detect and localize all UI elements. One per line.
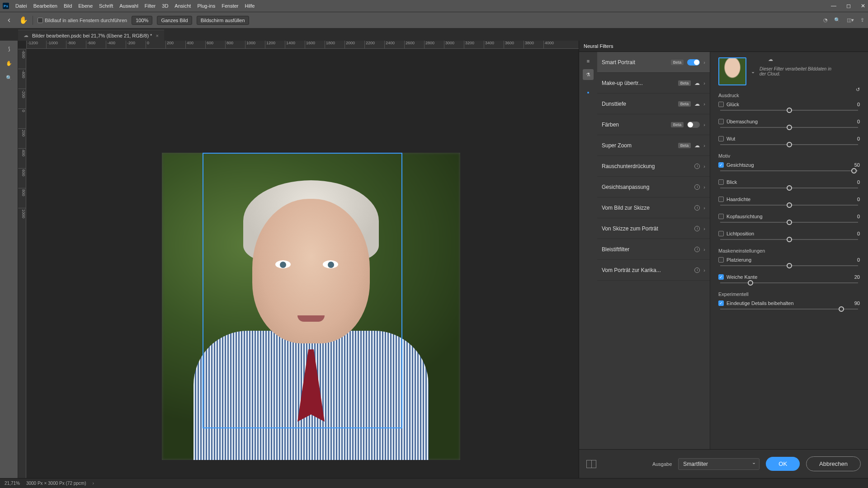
slider-track[interactable] — [720, 127, 858, 128]
info-icon[interactable]: i — [694, 184, 700, 190]
cloud-download-icon[interactable]: ☁ — [694, 101, 700, 107]
filter-item[interactable]: Gesichtsanpassungi› — [597, 177, 710, 197]
chevron-right-icon: › — [703, 164, 705, 169]
canvas-image[interactable] — [162, 153, 460, 460]
slider-checkbox[interactable] — [718, 197, 724, 202]
filter-item[interactable]: Vom Porträt zur Karika...i› — [597, 260, 710, 281]
slider-track[interactable] — [720, 282, 858, 283]
workspace-icon[interactable]: ◫▾ — [847, 17, 854, 23]
slider-checkbox[interactable] — [718, 257, 724, 263]
cloud-sync-icon[interactable]: ◔ — [823, 17, 828, 23]
slider-thumb-icon[interactable] — [851, 168, 857, 174]
filter-item[interactable]: Super ZoomBeta☁› — [597, 135, 710, 156]
reset-icon[interactable]: ↺ — [856, 87, 860, 93]
slider-thumb-icon[interactable] — [787, 220, 792, 225]
slider-label: Wut — [726, 136, 735, 141]
menu-item[interactable]: Datei — [15, 3, 27, 9]
zoom-tool-icon[interactable]: 🔍 — [3, 72, 15, 83]
back-button[interactable] — [4, 15, 14, 26]
filter-item[interactable]: Rauschunterdrückungi› — [597, 156, 710, 177]
slider-thumb-icon[interactable] — [839, 306, 844, 312]
slider-thumb-icon[interactable] — [787, 237, 792, 242]
status-chevron-icon[interactable]: › — [93, 481, 94, 486]
toggle-on-icon[interactable] — [687, 59, 700, 66]
slider-checkbox[interactable] — [718, 300, 724, 306]
close-icon[interactable]: ✕ — [861, 3, 865, 9]
menu-item[interactable]: Bearbeiten — [33, 3, 57, 9]
filter-item[interactable]: Smart PortraitBeta› — [597, 52, 710, 73]
hand-tool-icon[interactable]: ✋ — [19, 16, 28, 24]
filter-item[interactable]: Vom Bild zur Skizzei› — [597, 197, 710, 218]
detected-face-thumbnail[interactable] — [718, 57, 746, 85]
search-icon[interactable]: 🔍 — [834, 17, 840, 23]
document-tab[interactable]: ☁ Bilder bearbeiten.psdc bei 21,7% (Eben… — [18, 30, 164, 41]
slider-thumb-icon[interactable] — [787, 108, 792, 113]
fit-image-button[interactable]: Ganzes Bild — [157, 16, 192, 25]
hand-tool-icon[interactable]: ✋ — [3, 58, 15, 69]
close-tab-icon[interactable]: × — [156, 33, 158, 38]
slider-track[interactable] — [720, 188, 858, 188]
toggle-off-icon[interactable] — [687, 122, 700, 128]
slider-track[interactable] — [720, 110, 858, 111]
info-icon[interactable]: i — [694, 164, 700, 169]
menu-item[interactable]: 3D — [162, 3, 168, 9]
menu-item[interactable]: Schrift — [99, 3, 113, 9]
before-after-toggle-icon[interactable] — [586, 460, 596, 468]
slider-checkbox[interactable] — [718, 162, 724, 168]
info-icon[interactable]: i — [694, 205, 700, 211]
filter-item[interactable]: FärbenBeta› — [597, 114, 710, 135]
menu-item[interactable]: Plug-ins — [197, 3, 215, 9]
slider-thumb-icon[interactable] — [787, 125, 792, 130]
filters-tab-icon[interactable]: ≡ — [583, 56, 594, 66]
filter-list: Smart PortraitBeta›Make-up übertr...Beta… — [597, 52, 710, 449]
slider-thumb-icon[interactable] — [787, 263, 792, 268]
menu-item[interactable]: Ebene — [78, 3, 93, 9]
face-dropdown-icon[interactable]: ⌄ — [751, 69, 755, 75]
cancel-button[interactable]: Abbrechen — [806, 456, 861, 471]
checkbox-icon — [38, 18, 43, 23]
cloud-download-icon[interactable]: ☁ — [694, 80, 700, 86]
slider-thumb-icon[interactable] — [787, 142, 792, 147]
share-icon[interactable]: ⇪ — [860, 17, 864, 23]
menu-item[interactable]: Auswahl — [119, 3, 138, 9]
slider-checkbox[interactable] — [718, 102, 724, 107]
cloud-download-icon[interactable]: ☁ — [694, 142, 700, 149]
slider-checkbox[interactable] — [718, 119, 724, 124]
slider-checkbox[interactable] — [718, 179, 724, 185]
filter-item[interactable]: Bleistiftfilteri› — [597, 239, 710, 260]
slider-checkbox[interactable] — [718, 274, 724, 280]
ok-button[interactable]: OK — [766, 457, 800, 471]
slider-thumb-icon[interactable] — [787, 202, 792, 208]
info-icon[interactable]: i — [694, 247, 700, 252]
slider-track[interactable] — [720, 205, 858, 206]
menu-item[interactable]: Bild — [64, 3, 72, 9]
filter-item[interactable]: DunsttiefeBeta☁› — [597, 94, 710, 114]
menu-item[interactable]: Hilfe — [245, 3, 255, 9]
beta-filters-tab-icon[interactable]: ⚗ — [583, 69, 594, 80]
slider-track[interactable] — [720, 265, 858, 266]
slider-track[interactable] — [720, 170, 858, 171]
slider-track[interactable] — [720, 222, 858, 223]
zoom-100-button[interactable]: 100% — [132, 16, 152, 25]
slider-thumb-icon[interactable] — [748, 280, 753, 286]
output-select[interactable]: Smartfilter — [678, 458, 760, 470]
info-icon[interactable]: i — [694, 267, 700, 273]
filter-item[interactable]: Make-up übertr...Beta☁› — [597, 73, 710, 94]
minimize-icon[interactable]: — — [831, 3, 836, 9]
maximize-icon[interactable]: ◻ — [846, 3, 851, 9]
menu-item[interactable]: Filter — [145, 3, 156, 9]
slider-thumb-icon[interactable] — [787, 185, 792, 191]
info-icon[interactable]: i — [694, 226, 700, 231]
lasso-tool-icon[interactable]: ⟆ — [3, 43, 15, 54]
slider-track[interactable] — [720, 309, 858, 310]
fill-screen-button[interactable]: Bildschirm ausfüllen — [197, 16, 249, 25]
slider-track[interactable] — [720, 239, 858, 240]
menu-item[interactable]: Fenster — [222, 3, 238, 9]
slider-checkbox[interactable] — [718, 136, 724, 141]
filter-item[interactable]: Von Skizze zum Porträti› — [597, 218, 710, 239]
scroll-all-windows-checkbox[interactable]: Bildlauf in allen Fenstern durchführen — [38, 18, 127, 23]
slider-checkbox[interactable] — [718, 214, 724, 219]
menu-item[interactable]: Ansicht — [175, 3, 191, 9]
slider-checkbox[interactable] — [718, 231, 724, 236]
slider-track[interactable] — [720, 144, 858, 145]
